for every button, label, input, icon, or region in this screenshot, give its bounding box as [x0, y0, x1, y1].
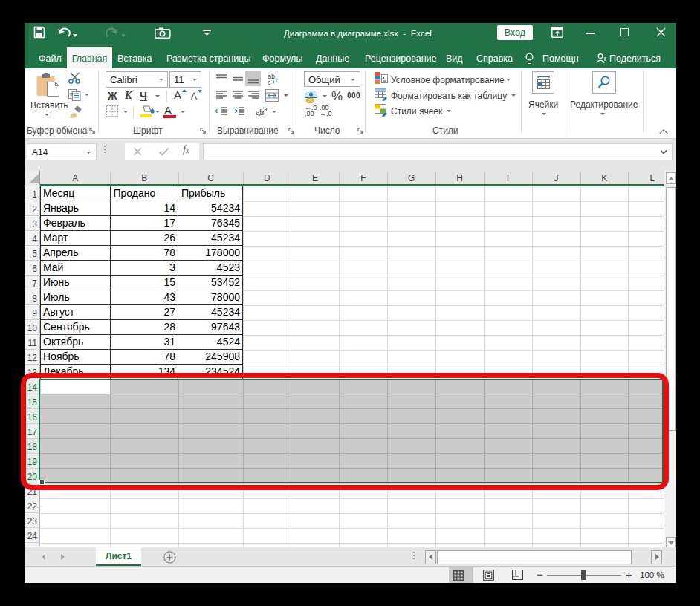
svg-text:c: c [268, 79, 271, 85]
